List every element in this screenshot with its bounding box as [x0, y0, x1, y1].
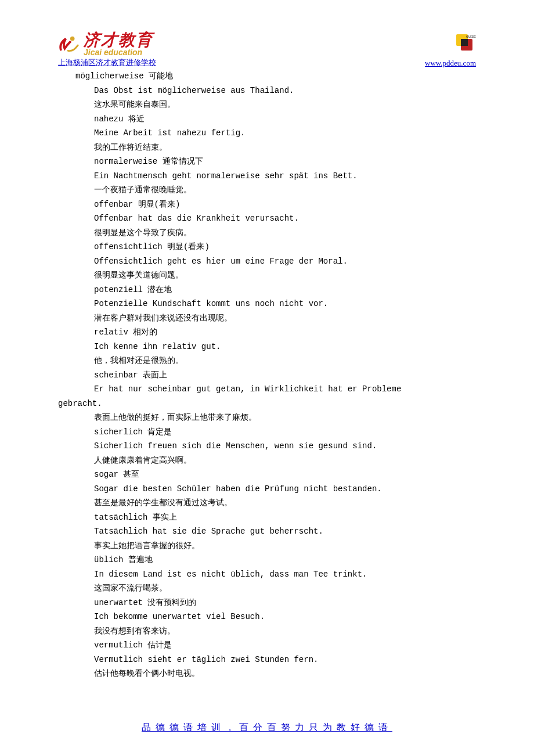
jicai-logo-icon — [58, 33, 80, 55]
text-line: Ich bekomme unerwartet viel Besuch. — [58, 610, 476, 624]
header-left: 济才教育 Jicai education — [58, 32, 153, 56]
text-line: sicherlich 肯定是 — [58, 425, 476, 440]
text-line: Sogar die besten Schüler haben die Prüfu… — [58, 482, 476, 496]
text-line: üblich 普遍地 — [58, 553, 476, 567]
text-line: 我的工作将近结束。 — [58, 141, 476, 155]
text-line: tatsächlich 事实上 — [58, 510, 476, 525]
text-line: 很明显是这个导致了疾病。 — [58, 226, 476, 240]
svg-text:eutsch: eutsch — [466, 34, 476, 38]
text-line: 我没有想到有客来访。 — [58, 624, 476, 639]
text-line: Sicherlich freuen sich die Menschen, wen… — [58, 439, 476, 453]
text-line: 表面上他做的挺好，而实际上他带来了麻烦。 — [58, 411, 476, 425]
logo-text: 济才教育 Jicai education — [84, 32, 153, 56]
text-line: Offenbar hat das die Krankheit verursach… — [58, 211, 476, 226]
school-link[interactable]: 上海杨浦区济才教育进修学校 — [58, 57, 156, 68]
logo-english: Jicai education — [84, 48, 153, 56]
text-line: 他，我相对还是很熟的。 — [58, 354, 476, 368]
text-line: scheinbar 表面上 — [58, 368, 476, 383]
svg-rect-3 — [461, 39, 468, 46]
text-line: 很明显这事关道德问题。 — [58, 268, 476, 283]
text-line: 事实上她把语言掌握的很好。 — [58, 539, 476, 553]
text-line: In diesem Land ist es nicht üblich, dass… — [58, 567, 476, 582]
text-line: 一个夜猫子通常很晚睡觉。 — [58, 183, 476, 197]
footer-slogan: 品德德语培训，百分百努力只为教好德语 — [58, 722, 476, 734]
text-line: nahezu 将近 — [58, 112, 476, 127]
text-line: möglicherweise 可能地 — [58, 69, 476, 84]
header: 济才教育 Jicai education eutsch — [58, 32, 476, 56]
text-line: 人健健康康着肯定高兴啊。 — [58, 453, 476, 468]
website-link[interactable]: www.pddeu.com — [425, 59, 476, 68]
text-line: Offensichtlich geht es hier um eine Frag… — [58, 254, 476, 269]
text-line: Er hat nur scheinbar gut getan, in Wirkl… — [58, 382, 476, 397]
text-line: 这国家不流行喝茶。 — [58, 581, 476, 596]
text-line: 这水果可能来自泰国。 — [58, 98, 476, 112]
text-line: offensichtlich 明显(看来) — [58, 240, 476, 254]
text-line: normalerweise 通常情况下 — [58, 154, 476, 169]
text-line: sogar 甚至 — [58, 467, 476, 482]
text-line: 潜在客户群对我们来说还没有出现呢。 — [58, 311, 476, 326]
svg-point-0 — [70, 37, 75, 41]
text-line: gebracht. — [58, 397, 476, 411]
text-line: Das Obst ist möglicherweise aus Thailand… — [58, 84, 476, 98]
text-line: potenziell 潜在地 — [58, 283, 476, 297]
text-line: 甚至是最好的学生都没有通过这考试。 — [58, 496, 476, 510]
text-line: Potenzielle Kundschaft kommt uns noch ni… — [58, 297, 476, 311]
content-body: möglicherweise 可能地Das Obst ist möglicher… — [58, 69, 476, 681]
text-line: Meine Arbeit ist nahezu fertig. — [58, 126, 476, 141]
logo-chinese: 济才教育 — [84, 32, 153, 48]
text-line: Ein Nachtmensch geht normalerweise sehr … — [58, 169, 476, 183]
text-line: Vermutlich sieht er täglich zwei Stunden… — [58, 653, 476, 667]
document-page: 济才教育 Jicai education eutsch 上海杨浦区济才教育进修学… — [0, 0, 534, 756]
logo-block: 济才教育 Jicai education — [58, 32, 153, 56]
text-line: vermutlich 估计是 — [58, 638, 476, 653]
header-right: eutsch — [453, 32, 476, 56]
deutsch-flag-icon: eutsch — [453, 32, 476, 55]
text-line: 估计他每晚看个俩小时电视。 — [58, 667, 476, 681]
text-line: offenbar 明显(看来) — [58, 197, 476, 212]
header-links-row: 上海杨浦区济才教育进修学校 www.pddeu.com — [58, 57, 476, 68]
text-line: unerwartet 没有预料到的 — [58, 596, 476, 610]
text-line: relativ 相对的 — [58, 325, 476, 340]
text-line: Ich kenne ihn relativ gut. — [58, 340, 476, 354]
text-line: Tatsächlich hat sie die Sprache gut behe… — [58, 524, 476, 539]
